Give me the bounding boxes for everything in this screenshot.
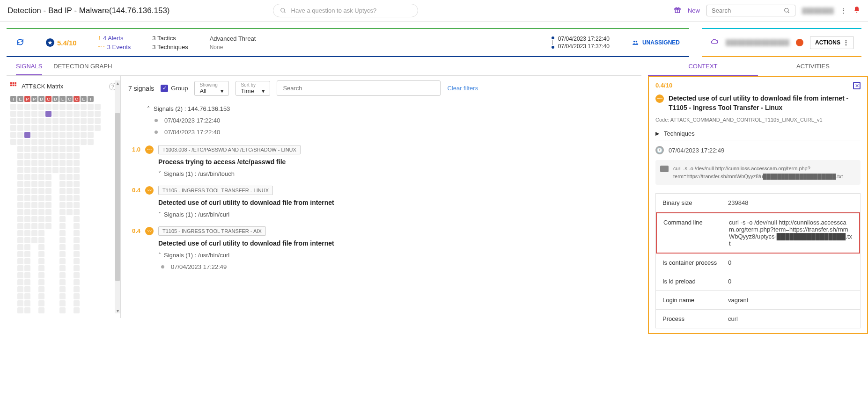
search-input[interactable] bbox=[712, 7, 777, 14]
command-preview: curl -s -o /dev/null http://cunniloss.ac… bbox=[655, 160, 861, 185]
detail-panel: 0.4/10 ✕ 〰 Detected use of curl utility … bbox=[648, 76, 868, 334]
bell-icon[interactable] bbox=[853, 6, 861, 15]
detection-title: Detected use of curl utility to download… bbox=[158, 239, 634, 247]
tab-signals[interactable]: SIGNALS bbox=[16, 63, 42, 75]
svg-point-8 bbox=[636, 41, 638, 43]
more-menu-icon[interactable]: ⋮ bbox=[840, 7, 846, 14]
detail-timestamp: 🕐 07/04/2023 17:22:49 bbox=[655, 146, 861, 154]
events-link[interactable]: 〰3 Events bbox=[98, 44, 131, 51]
star-icon: ★ bbox=[46, 38, 54, 47]
clear-filters[interactable]: Clear filters bbox=[447, 85, 478, 92]
detection-signals-toggle[interactable]: ˅Signals (1) : /usr/bin/curl bbox=[158, 211, 634, 218]
scrollbar[interactable]: ▴ ▾ bbox=[115, 80, 120, 313]
chevron-up-icon: ˄ bbox=[158, 252, 161, 259]
showing-dropdown[interactable]: Showing All▾ bbox=[194, 81, 229, 96]
svg-rect-11 bbox=[15, 82, 16, 84]
detection-signals-toggle[interactable]: ˄Signals (1) : /usr/bin/curl bbox=[158, 252, 634, 259]
detection-tag: T1003.008 - /ETC/PASSWD AND /ETC/SHADOW … bbox=[158, 145, 301, 154]
svg-point-0 bbox=[280, 8, 284, 12]
svg-line-1 bbox=[284, 11, 285, 13]
score: ★ 5.4/10 bbox=[46, 38, 77, 47]
timeline-item[interactable]: 07/04/2023 17:22:40 bbox=[154, 117, 634, 124]
signal-group-header[interactable]: ˄Signals (2) : 144.76.136.153 bbox=[147, 105, 634, 112]
user-info-redacted: ████████ bbox=[802, 7, 834, 14]
ask-box[interactable]: Have a question to ask Uptycs? bbox=[273, 4, 418, 17]
score-value: 5.4/10 bbox=[57, 39, 77, 47]
gift-icon[interactable] bbox=[674, 6, 681, 15]
hostname-redacted: ████████████████ bbox=[726, 39, 789, 46]
table-row: Processcurl bbox=[656, 310, 860, 328]
table-row: Binary size239848 bbox=[656, 194, 860, 212]
pulse-icon: 〰 bbox=[145, 145, 154, 154]
detail-code: Code: ATTACK_COMMAND_AND_CONTROL_T1105_L… bbox=[655, 117, 861, 123]
group-checkbox[interactable]: ✓ Group bbox=[161, 85, 188, 92]
signals-search-input[interactable] bbox=[283, 85, 434, 92]
svg-rect-13 bbox=[13, 85, 15, 87]
actions-button[interactable]: ACTIONS⋮ bbox=[810, 36, 854, 49]
detection-item[interactable]: 0.4 〰 T1105 - INGRESS TOOL TRANSFER - AI… bbox=[128, 226, 634, 275]
detail-score: 0.4/10 bbox=[655, 82, 672, 89]
svg-point-5 bbox=[785, 8, 788, 12]
ubuntu-icon bbox=[796, 39, 803, 46]
chevron-down-icon: ▾ bbox=[221, 87, 224, 94]
sort-dropdown[interactable]: Sort by Time▾ bbox=[235, 81, 270, 96]
check-icon: ✓ bbox=[161, 85, 168, 92]
table-row: Is container process0 bbox=[656, 254, 860, 272]
host-summary: ████████████████ ACTIONS⋮ bbox=[702, 28, 861, 57]
pulse-icon: 〰 bbox=[145, 227, 154, 235]
alerts-link[interactable]: !4 Alerts bbox=[98, 35, 131, 42]
threat-block: Advanced Threat None bbox=[210, 35, 256, 51]
pulse-icon: 〰 bbox=[655, 94, 664, 103]
matrix-icon bbox=[10, 82, 17, 90]
svg-line-6 bbox=[788, 11, 789, 13]
scroll-thumb[interactable] bbox=[115, 113, 120, 281]
detection-score: 0.4 bbox=[128, 226, 140, 275]
summary-bar: ★ 5.4/10 !4 Alerts 〰3 Events 3 Tactics 3… bbox=[7, 28, 689, 57]
page-title: Detection - Bad IP - Malware(144.76.136.… bbox=[7, 6, 170, 15]
triangle-right-icon: ▶ bbox=[655, 131, 659, 137]
detection-tag: T1105 - INGRESS TOOL TRANSFER - AIX bbox=[158, 226, 266, 236]
close-icon[interactable]: ✕ bbox=[853, 82, 861, 89]
clock-icon: 🕐 bbox=[655, 146, 664, 154]
table-row: Login namevagrant bbox=[656, 291, 860, 310]
tactics-block: 3 Tactics 3 Techniques bbox=[152, 35, 188, 51]
detection-score: 0.4 bbox=[128, 186, 140, 218]
detection-tag: T1105 - INGRESS TOOL TRANSFER - LINUX bbox=[158, 186, 273, 195]
timeline-item[interactable]: 07/04/2023 17:22:49 bbox=[161, 263, 634, 270]
detection-title: Detected use of curl utility to download… bbox=[158, 199, 634, 206]
chevron-up-icon: ˄ bbox=[147, 106, 150, 112]
matrix-header-row: IEPPDCDLCCEI bbox=[10, 96, 117, 102]
sync-icon[interactable] bbox=[16, 38, 24, 48]
svg-rect-14 bbox=[15, 85, 16, 87]
techniques-toggle[interactable]: ▶ Techniques bbox=[655, 127, 861, 140]
attck-matrix[interactable] bbox=[10, 104, 117, 313]
people-icon bbox=[631, 39, 640, 46]
keyboard-icon bbox=[660, 166, 669, 172]
tab-activities[interactable]: ACTIVITIES bbox=[758, 57, 868, 76]
assignee[interactable]: UNASSIGNED bbox=[631, 39, 680, 46]
detection-signals-toggle[interactable]: ˅Signals (1) : /usr/bin/touch bbox=[158, 170, 634, 177]
svg-rect-10 bbox=[13, 82, 15, 84]
svg-point-7 bbox=[633, 41, 635, 43]
pulse-icon: 〰 bbox=[98, 44, 104, 51]
tab-detection-graph[interactable]: DETECTION GRAPH bbox=[53, 63, 112, 75]
svg-rect-9 bbox=[10, 82, 12, 84]
signals-search[interactable] bbox=[277, 80, 441, 96]
new-label[interactable]: New bbox=[688, 7, 700, 14]
attck-label: ATT&CK Matrix bbox=[22, 83, 63, 90]
timeline-item[interactable]: 07/04/2023 17:22:40 bbox=[154, 129, 634, 136]
global-search[interactable] bbox=[706, 5, 795, 16]
table-row: Command linecurl -s -o /dev/null http://… bbox=[656, 212, 860, 254]
ask-placeholder: Have a question to ask Uptycs? bbox=[291, 7, 377, 14]
scroll-up-icon[interactable]: ▴ bbox=[117, 80, 119, 86]
scroll-down-icon[interactable]: ▾ bbox=[117, 308, 119, 313]
search-icon bbox=[784, 7, 790, 14]
search-icon bbox=[280, 7, 287, 14]
chevron-down-icon: ˅ bbox=[158, 211, 161, 218]
detection-title: Process trying to access /etc/passwd fil… bbox=[158, 158, 634, 166]
detection-item[interactable]: 0.4 〰 T1105 - INGRESS TOOL TRANSFER - LI… bbox=[128, 186, 634, 218]
time-range: 07/04/2023 17:22:4007/04/2023 17:37:40 bbox=[552, 36, 610, 50]
tab-context[interactable]: CONTEXT bbox=[648, 57, 758, 76]
pulse-icon: 〰 bbox=[145, 186, 154, 195]
detection-item[interactable]: 1.0 〰 T1003.008 - /ETC/PASSWD AND /ETC/S… bbox=[128, 145, 634, 177]
